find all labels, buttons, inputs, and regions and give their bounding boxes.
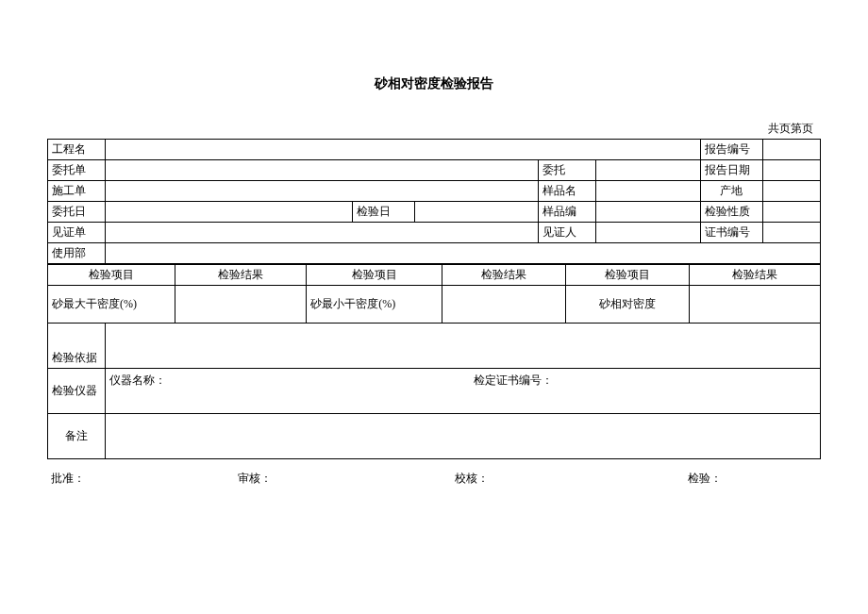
value-inspect-basis [106,324,821,369]
col-inspect-item-3: 检验项目 [565,265,689,286]
value-inspect-date [415,202,539,223]
col-inspect-item-2: 检验项目 [307,265,442,286]
sig-inspect: 检验： [688,471,722,487]
cell-min-dry-density-value [442,286,565,324]
label-inspect-nature: 检验性质 [701,202,763,223]
cell-max-dry-density: 砂最大干密度(%) [48,286,175,324]
row-project: 工程名 报告编号 [48,140,821,160]
row-construction-unit: 施工单 样品名 产地 [48,181,821,202]
value-use-part [106,243,821,264]
value-inspect-nature [762,202,820,223]
label-witness-person: 见证人 [539,223,596,243]
label-inspect-date: 检验日 [353,202,415,223]
sig-check: 校核： [455,471,685,487]
cell-max-dry-density-value [175,286,307,324]
label-entrust-date: 委托日 [48,202,106,223]
label-report-no: 报告编号 [701,140,763,160]
value-entrust [596,160,701,181]
sig-review: 审核： [238,471,452,487]
value-origin [762,181,820,202]
row-remark: 备注 [48,414,821,459]
value-remark [106,414,821,459]
cell-min-dry-density: 砂最小干密度(%) [307,286,442,324]
value-sample-no [596,202,701,223]
row-witness: 见证单 见证人 证书编号 [48,223,821,243]
value-witness-unit [106,223,539,243]
row-entrust-date: 委托日 检验日 样品编 检验性质 [48,202,821,223]
results-table: 检验项目 检验结果 检验项目 检验结果 检验项目 检验结果 砂最大干密度(%) … [47,264,821,459]
label-use-part: 使用部 [48,243,106,264]
value-project-name [106,140,701,160]
calib-cert-no-label: 检定证书编号： [474,373,553,387]
label-witness-unit: 见证单 [48,223,106,243]
value-construction-unit [106,181,539,202]
label-sample-no: 样品编 [539,202,596,223]
value-sample-name [596,181,701,202]
cell-relative-density-value [689,286,820,324]
col-inspect-result-3: 检验结果 [689,265,820,286]
col-inspect-item-1: 检验项目 [48,265,175,286]
row-inspect-instrument: 检验仪器 仪器名称： 检定证书编号： [48,369,821,414]
value-report-date [762,160,820,181]
results-data-row: 砂最大干密度(%) 砂最小干密度(%) 砂相对密度 [48,286,821,324]
label-inspect-basis: 检验依据 [48,324,106,369]
col-inspect-result-1: 检验结果 [175,265,307,286]
page-indicator: 共页第页 [47,121,821,137]
value-report-no [762,140,820,160]
label-inspect-instrument: 检验仪器 [48,369,106,414]
label-project-name: 工程名 [48,140,106,160]
label-cert-no: 证书编号 [701,223,763,243]
label-remark: 备注 [48,414,106,459]
value-entrust-unit [106,160,539,181]
label-report-date: 报告日期 [701,160,763,181]
row-use-part: 使用部 [48,243,821,264]
col-inspect-result-2: 检验结果 [442,265,565,286]
label-sample-name: 样品名 [539,181,596,202]
value-inspect-instrument: 仪器名称： 检定证书编号： [106,369,821,414]
header-table: 工程名 报告编号 委托单 委托 报告日期 施工单 样品名 产地 委托日 检验日 [47,139,821,264]
row-inspect-basis: 检验依据 [48,324,821,369]
cell-relative-density: 砂相对密度 [565,286,689,324]
results-header-row: 检验项目 检验结果 检验项目 检验结果 检验项目 检验结果 [48,265,821,286]
value-entrust-date [106,202,353,223]
label-origin: 产地 [701,181,763,202]
sig-approve: 批准： [51,471,235,487]
value-witness-person [596,223,701,243]
report-title: 砂相对密度检验报告 [47,75,821,92]
signature-row: 批准： 审核： 校核： 检验： [47,471,821,487]
report-page: 砂相对密度检验报告 共页第页 工程名 报告编号 委托单 委托 报告日期 施工单 … [0,0,868,487]
label-entrust: 委托 [539,160,596,181]
label-entrust-unit: 委托单 [48,160,106,181]
row-entrust-unit: 委托单 委托 报告日期 [48,160,821,181]
label-construction-unit: 施工单 [48,181,106,202]
instrument-name-label: 仪器名称： [109,373,166,387]
value-cert-no [762,223,820,243]
